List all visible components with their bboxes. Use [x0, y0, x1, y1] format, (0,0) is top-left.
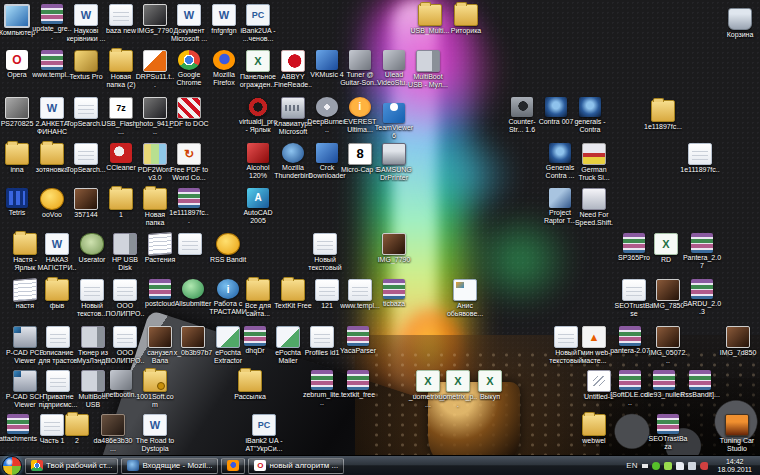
- taskbar-app-button[interactable]: новый алгоритм ...: [248, 458, 344, 474]
- desktop-icon[interactable]: ООО ПОЛИПРО...: [105, 279, 145, 319]
- mail-icon: [276, 326, 300, 348]
- word-icon: [74, 4, 98, 26]
- desktop-icon[interactable]: MultiBoot USB - Мул...: [408, 50, 448, 89]
- desktop-icon[interactable]: SAMSUNG DrPrinter: [374, 143, 414, 182]
- messenger-icon[interactable]: [652, 462, 660, 470]
- tray-language[interactable]: EN: [626, 461, 637, 470]
- pcb-icon: [246, 4, 270, 26]
- desktop-icon-label: RssBandit]...: [680, 391, 720, 399]
- start-button[interactable]: [2, 456, 22, 475]
- desktop-icon[interactable]: Риторика: [446, 4, 486, 35]
- desktop-icon[interactable]: 357144: [66, 188, 106, 219]
- desktop-icon[interactable]: 1e111897fc...: [169, 188, 209, 225]
- desktop-icon[interactable]: Allsubmitter: [173, 279, 213, 308]
- xls-icon: [478, 370, 502, 392]
- taskbar-app-button[interactable]: Твой рабочий ст...: [25, 458, 118, 474]
- desktop-icon[interactable]: iBank2UA - ...ченов...: [238, 4, 278, 43]
- xls-icon: [446, 370, 470, 392]
- desktop-icon[interactable]: TopSearch...: [66, 143, 106, 174]
- desktop-icon[interactable]: [170, 233, 210, 256]
- desktop-icon[interactable]: IMG_7790: [374, 233, 414, 264]
- desktop-icon[interactable]: Tuning Car Studio: [717, 414, 757, 453]
- desktop-icon[interactable]: 2: [57, 414, 97, 445]
- desktop-icon[interactable]: Анис обьявове...: [445, 279, 485, 318]
- volume-muted-icon[interactable]: [700, 462, 708, 470]
- desktop-icon[interactable]: USB_Multi...: [410, 4, 450, 35]
- desktop-icon[interactable]: ООО ПОЛИПРО...: [105, 326, 145, 366]
- desktop-icon[interactable]: textkit_free: [338, 370, 378, 399]
- desktop-icon-label: Документ Microsoft ...: [169, 27, 209, 43]
- desktop-icon[interactable]: IMG_05072...: [648, 326, 688, 365]
- hidden-icons-icon[interactable]: [642, 464, 648, 468]
- desktop-icon[interactable]: Profiles id1: [302, 326, 342, 357]
- desktop-icon[interactable]: НАКАЗ МАГІСТРИ...: [37, 233, 77, 273]
- desktop-icon[interactable]: TopSearch...: [66, 97, 106, 128]
- desktop-icon[interactable]: Новый текстовый ...: [305, 233, 345, 273]
- desktop-icon[interactable]: 1001Soft.com: [135, 370, 175, 409]
- desktop-icon[interactable]: da486e3b30...: [93, 414, 133, 453]
- gray-icon: [110, 370, 132, 390]
- desktop-icon[interactable]: German Truck Si...: [574, 143, 614, 182]
- desktop-icon-label: IMG_7790: [374, 256, 414, 264]
- desktop-icon[interactable]: Need For Speed.Shift...: [574, 188, 614, 228]
- desktop-icon[interactable]: RssBandit]...: [680, 370, 720, 399]
- desktop-icon[interactable]: Документ Microsoft ...: [169, 4, 209, 43]
- taskbar-app-button[interactable]: Входящие - Mozil...: [121, 458, 218, 474]
- desktop-icon-label: Риторика: [446, 27, 486, 35]
- desktop-icon[interactable]: HP USB Disk Storage Fo...: [105, 233, 145, 273]
- desktop-icon[interactable]: RD: [646, 233, 686, 264]
- desktop-icon[interactable]: Pantera_2.07: [682, 233, 722, 270]
- desktop-icon[interactable]: описание для трастов: [38, 326, 78, 365]
- desktop-icon[interactable]: PDF to DOC: [169, 97, 209, 128]
- desktop-icon[interactable]: RSS Bandit: [208, 233, 248, 264]
- desktop-icon[interactable]: SARDU_2.0.3: [682, 279, 722, 316]
- desktop-icon-label: Alcohol 120%: [238, 164, 278, 180]
- desktop-icon[interactable]: IMG_7d850: [718, 326, 758, 357]
- imgc-icon: [181, 326, 205, 348]
- desktop-icon[interactable]: TeamViewer 6: [374, 97, 414, 140]
- desktop-icon[interactable]: iBank2 UA - АТ"УкрСи...: [244, 414, 284, 453]
- tray-clock[interactable]: 14:42 18.09.2011: [713, 458, 756, 474]
- desktop-icon[interactable]: Наукові керівники ...: [66, 4, 106, 43]
- desktop-icon-label: iBank2UA - ...ченов...: [238, 27, 278, 43]
- desktop-icon-label: zebrum_lite...: [302, 391, 342, 407]
- desktop-icon[interactable]: webwel: [574, 414, 614, 445]
- desktop-icon[interactable]: Гмин web-масте...: [574, 326, 614, 365]
- desktop-icon[interactable]: фыв: [37, 279, 77, 310]
- antivirus-icon[interactable]: [664, 462, 672, 470]
- desktop-icon[interactable]: Приватне підприємс...: [38, 370, 78, 409]
- desktop-icon[interactable]: 1e11897fc...: [643, 100, 683, 131]
- action-center-flag-icon[interactable]: [676, 462, 684, 470]
- desktop-icon[interactable]: dle93_nulled: [644, 370, 684, 399]
- taskbar-app-button[interactable]: [221, 458, 245, 474]
- desktop-icon[interactable]: Textus Pro: [66, 50, 106, 81]
- desktop-icon-label: ticbaza: [374, 300, 414, 308]
- desktop-icon[interactable]: AutoCAD 2005: [238, 188, 278, 225]
- desktop-icon[interactable]: SEOTrastBaza: [648, 414, 688, 451]
- desktop-icon[interactable]: Alcohol 120%: [238, 143, 278, 180]
- desktop-icon[interactable]: Корзина: [720, 8, 760, 39]
- folder-icon: [281, 279, 305, 301]
- desktop-icon[interactable]: generals - Contra: [570, 97, 610, 134]
- desktop-icon[interactable]: Рассылка: [230, 370, 270, 401]
- truck-icon: [582, 143, 606, 165]
- desktop-icon[interactable]: YacaParser: [338, 326, 378, 355]
- desktop-icon[interactable]: Все для сайта...: [238, 279, 278, 318]
- desktop-icon[interactable]: The Road to Dystopia: [135, 414, 175, 453]
- desktop-icon[interactable]: Google Chrome: [169, 50, 209, 87]
- desktop-icon[interactable]: x_0b3b97b7: [173, 326, 213, 357]
- network-icon[interactable]: [688, 462, 696, 470]
- desktop-icon[interactable]: 1e111897fc...: [680, 143, 720, 182]
- desktop-icon[interactable]: zebrum_lite...: [302, 370, 342, 407]
- desktop-icon[interactable]: Выкуп: [470, 370, 510, 401]
- desktop-icon[interactable]: virtualdj_pro - Ярлык: [238, 97, 278, 134]
- img-icon: [143, 4, 167, 26]
- desktop-icon[interactable]: Free PDF to Word Co...: [169, 143, 209, 182]
- chrome-icon: [178, 50, 200, 70]
- desktop-icon[interactable]: Панельное огражден...: [238, 50, 278, 89]
- desktop-icon[interactable]: ticbaza: [374, 279, 414, 308]
- desktop-icon[interactable]: pantera-2.07: [610, 326, 650, 355]
- xls-icon: [416, 370, 440, 392]
- desktop-icon-label: Tuning Car Studio: [717, 437, 757, 453]
- xls-icon: [246, 50, 270, 72]
